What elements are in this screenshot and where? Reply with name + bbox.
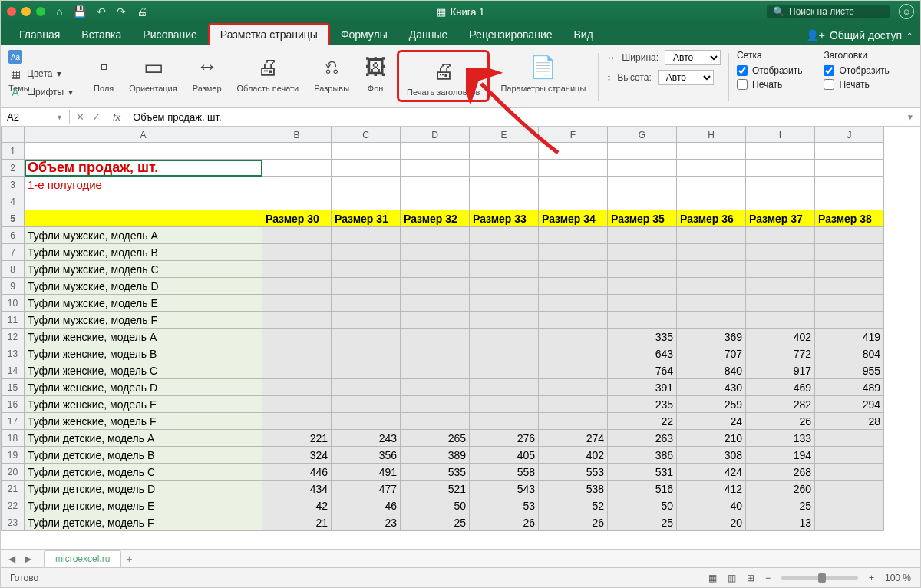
cell[interactable]: 489: [815, 379, 884, 396]
cell[interactable]: 356: [332, 447, 401, 464]
cell[interactable]: [746, 278, 815, 295]
zoom-out-button[interactable]: −: [765, 573, 771, 583]
row-header[interactable]: 13: [2, 345, 25, 362]
cell[interactable]: 335: [608, 329, 677, 345]
cell[interactable]: [262, 345, 332, 362]
cell[interactable]: 235: [608, 396, 677, 413]
cell[interactable]: [608, 261, 677, 278]
cell[interactable]: 955: [815, 362, 884, 379]
cell[interactable]: [470, 345, 539, 362]
cell[interactable]: [470, 143, 539, 160]
cell[interactable]: 469: [746, 379, 815, 396]
cell[interactable]: [332, 329, 401, 345]
cell[interactable]: [746, 143, 815, 160]
cell[interactable]: [746, 160, 815, 177]
row-header[interactable]: 2: [2, 160, 25, 177]
row-header[interactable]: 18: [2, 430, 25, 447]
cell[interactable]: Туфли женские, модель C: [25, 362, 262, 379]
cell[interactable]: [815, 295, 884, 312]
cell[interactable]: [401, 362, 470, 379]
cell[interactable]: 391: [608, 379, 677, 396]
cell[interactable]: Туфли женские, модель F: [25, 413, 262, 430]
cell[interactable]: [608, 312, 677, 329]
tab-data[interactable]: Данные: [398, 25, 459, 45]
cell[interactable]: [262, 227, 332, 244]
breaks-button[interactable]: ⎌Разрывы: [309, 50, 354, 94]
themes-button[interactable]: Aa: [8, 50, 73, 64]
fx-icon[interactable]: fx: [107, 111, 127, 123]
cell[interactable]: [815, 244, 884, 261]
cell[interactable]: [332, 413, 401, 430]
cell[interactable]: [539, 177, 608, 193]
cell[interactable]: 260: [746, 481, 815, 497]
cell[interactable]: Туфли детские, модель F: [25, 514, 262, 531]
cell[interactable]: [539, 396, 608, 413]
cell[interactable]: [401, 295, 470, 312]
tab-draw[interactable]: Рисование: [132, 25, 208, 45]
cell[interactable]: [470, 177, 539, 193]
cell[interactable]: [332, 295, 401, 312]
cell[interactable]: [815, 481, 884, 497]
cell[interactable]: 26: [746, 413, 815, 430]
background-button[interactable]: 🖼Фон: [360, 50, 391, 94]
tab-view[interactable]: Вид: [563, 25, 604, 45]
grid-view-checkbox[interactable]: Отобразить: [737, 65, 802, 76]
cell[interactable]: [746, 227, 815, 244]
cell[interactable]: 50: [401, 497, 470, 514]
cell[interactable]: 1-е полугодие: [25, 177, 262, 193]
cell[interactable]: [332, 261, 401, 278]
cell[interactable]: [470, 244, 539, 261]
cell[interactable]: [262, 295, 332, 312]
cell[interactable]: [401, 396, 470, 413]
worksheet-grid[interactable]: ABCDEFGHIJ 12Объем продаж, шт.31-е полуг…: [1, 127, 920, 533]
cell[interactable]: Туфли детские, модель E: [25, 497, 262, 514]
cell[interactable]: [608, 193, 677, 210]
cell[interactable]: 25: [401, 514, 470, 531]
cell[interactable]: [746, 312, 815, 329]
cell[interactable]: [262, 193, 332, 210]
row-header[interactable]: 14: [2, 362, 25, 379]
headings-view-checkbox[interactable]: Отобразить: [824, 65, 889, 76]
cell[interactable]: 840: [677, 362, 746, 379]
cell[interactable]: [470, 295, 539, 312]
cell[interactable]: [262, 177, 332, 193]
cell[interactable]: [332, 396, 401, 413]
cell[interactable]: [539, 362, 608, 379]
expand-formula-icon[interactable]: ▼: [900, 113, 920, 121]
column-header[interactable]: F: [539, 127, 608, 143]
cell[interactable]: [401, 244, 470, 261]
headings-print-checkbox[interactable]: Печать: [824, 79, 889, 90]
cell[interactable]: [332, 227, 401, 244]
cell[interactable]: [677, 227, 746, 244]
cell[interactable]: [470, 413, 539, 430]
view-page-break-icon[interactable]: ⊞: [747, 573, 754, 583]
cell[interactable]: 369: [677, 329, 746, 345]
account-icon[interactable]: ☺: [899, 4, 914, 19]
cell[interactable]: [332, 160, 401, 177]
cell[interactable]: [332, 379, 401, 396]
row-header[interactable]: 20: [2, 464, 25, 481]
cell[interactable]: 477: [332, 481, 401, 497]
cell[interactable]: [401, 278, 470, 295]
cell[interactable]: Размер 30: [262, 210, 332, 227]
cell[interactable]: Размер 32: [401, 210, 470, 227]
cell[interactable]: 52: [539, 497, 608, 514]
cell[interactable]: 133: [746, 430, 815, 447]
sheet-tab[interactable]: microexcel.ru: [44, 550, 121, 567]
cell[interactable]: 412: [677, 481, 746, 497]
print-area-button[interactable]: 🖨Область печати: [233, 50, 304, 94]
cell[interactable]: 535: [401, 464, 470, 481]
cell[interactable]: 24: [677, 413, 746, 430]
cell[interactable]: 26: [470, 514, 539, 531]
cell[interactable]: 259: [677, 396, 746, 413]
cell[interactable]: 543: [470, 481, 539, 497]
cell[interactable]: Туфли мужские, модель C: [25, 261, 262, 278]
close-window-button[interactable]: [7, 7, 16, 16]
cell[interactable]: [815, 193, 884, 210]
cell[interactable]: [262, 329, 332, 345]
cell[interactable]: [677, 244, 746, 261]
cell[interactable]: [539, 413, 608, 430]
cell[interactable]: [262, 278, 332, 295]
cell[interactable]: 50: [608, 497, 677, 514]
cell[interactable]: [677, 160, 746, 177]
